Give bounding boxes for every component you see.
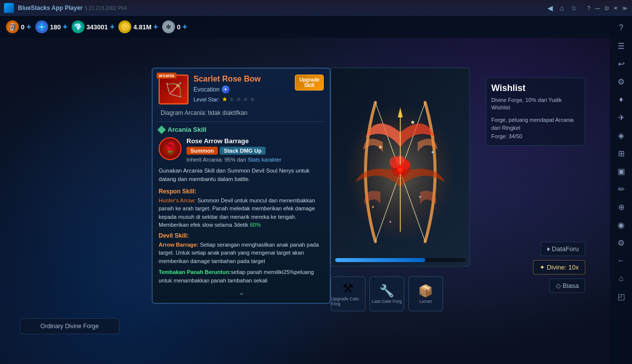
star-4: ★: [243, 95, 249, 103]
wishlist-panel: Wishlist Divine Forge, 10% dari Yudik Wi…: [486, 78, 585, 146]
resource-item-1: 🗿 0 +: [6, 20, 31, 33]
titlebar: BlueStacks App Player 5.21.218.2002 P64 …: [0, 0, 632, 16]
sidebar-back-icon[interactable]: ↩: [613, 56, 629, 72]
minimize-btn[interactable]: —: [594, 4, 601, 11]
sidebar-gear-icon[interactable]: ⚙: [613, 74, 629, 90]
stars-container: ★ ★ ★ ★ ★: [222, 95, 256, 103]
star-row: Level Star: ★ ★ ★ ★ ★: [193, 95, 290, 103]
sidebar-left-arrow-icon[interactable]: ←: [613, 253, 629, 269]
wishlist-desc3: Forge: 34/50: [491, 132, 580, 141]
evocation-label: Evocation: [193, 86, 220, 93]
item-image: 🏹: [159, 75, 188, 104]
progress-bar-container: [335, 258, 465, 262]
weapon-svg: [336, 73, 465, 262]
tag-stack: Stack DMG Up: [220, 147, 266, 155]
forge-items-row: ⚒ Upgrade Cato Forg 🔧 Last Gate Forg 📦 L…: [331, 276, 443, 311]
svg-point-16: [372, 206, 374, 208]
evocation-row: Evocation ✦: [193, 86, 290, 93]
resource-item-3: 💎 343001 +: [72, 20, 115, 33]
nav-bookmark-btn[interactable]: ☆: [569, 4, 579, 12]
star-5: ★: [250, 95, 256, 103]
item-name: Scarlet Rose Bow: [193, 75, 290, 84]
resource-icon-1: 🗿: [6, 20, 19, 33]
dataforu-option[interactable]: ♦ DataForu: [541, 242, 585, 256]
expand-btn[interactable]: ≫: [621, 4, 628, 11]
svg-point-15: [411, 121, 414, 124]
resource-plus-4[interactable]: +: [154, 22, 158, 31]
sidebar-add-icon[interactable]: ⊕: [613, 199, 629, 215]
tembakan-content: Tembakan Panah Beruntun:setiap panah mem…: [159, 268, 324, 284]
arrow-barrage-content: Arrow Barrage: Setiap serangan menghasil…: [159, 241, 324, 266]
skill-icon: 🌹: [159, 137, 181, 160]
skill-name: Rose Arrow Barrage: [186, 137, 324, 145]
upgrade-skill-button[interactable]: UpgradeSkill: [295, 75, 324, 91]
sidebar-diamond-icon[interactable]: ♦: [613, 91, 629, 107]
resource-plus-3[interactable]: +: [110, 22, 114, 31]
biasa-option[interactable]: ◇ Biasa: [549, 278, 585, 293]
skill-tags: Summon Stack DMG Up: [186, 147, 324, 155]
resource-icon-2: 💠: [35, 20, 48, 33]
window-controls: ? — ⊡ ✕ ≫: [585, 4, 628, 11]
forge-item-3[interactable]: 📦 Lioran: [408, 276, 443, 311]
skill-description: Gunakan Arcania Skill dan Summon Devil S…: [159, 167, 324, 184]
card-header: arcania 🏹 Scarlet Rose Bow Evocation ✦ L…: [159, 75, 324, 104]
sidebar-target-icon[interactable]: ◈: [613, 127, 629, 143]
sidebar-menu-icon[interactable]: ☰: [613, 38, 629, 54]
app-name: BlueStacks App Player: [18, 4, 83, 11]
close-btn[interactable]: ✕: [612, 4, 619, 11]
sidebar-home-icon[interactable]: ⌂: [613, 271, 629, 286]
divine-10x-option[interactable]: ✦ Divine: 10x: [533, 260, 585, 274]
forge-options-area: ♦ DataForu ✦ Divine: 10x ◇ Biasa: [533, 242, 585, 293]
resource-icon-5: ❄: [162, 20, 175, 33]
sidebar-grid-icon[interactable]: ⊞: [613, 145, 629, 161]
nav-back-btn[interactable]: ◀: [545, 4, 555, 12]
devil-skill-title: Devil Skill:: [159, 232, 324, 239]
sidebar-layout-icon[interactable]: ◰: [613, 288, 629, 304]
restore-btn[interactable]: ⊡: [603, 4, 610, 11]
help-btn[interactable]: ?: [585, 4, 592, 11]
nav-home-btn[interactable]: ⌂: [558, 4, 566, 12]
wishlist-desc2: Forge, peluang mendapat Arcania dari Rin…: [491, 116, 580, 132]
sidebar-flight-icon[interactable]: ✈: [613, 109, 629, 125]
resource-item-2: 💠 180 +: [35, 20, 68, 33]
resource-value-2: 180: [50, 23, 61, 31]
resource-value-3: 343001: [87, 23, 108, 31]
scroll-indicator: ⌄: [159, 287, 324, 297]
resource-icon-4: 🪙: [118, 20, 131, 33]
respon-skill-title: Respon Skill:: [159, 188, 324, 195]
forge-item-icon-1: ⚒: [343, 281, 354, 295]
sidebar-circle-icon[interactable]: ◉: [613, 217, 629, 233]
star-1: ★: [222, 95, 228, 103]
wishlist-desc1: Divine Forge, 10% dari Yudik Wishlist: [491, 96, 580, 112]
star-2: ★: [229, 95, 235, 103]
forge-item-2[interactable]: 🔧 Last Gate Forg: [369, 276, 404, 311]
sidebar-square-icon[interactable]: ▣: [613, 163, 629, 179]
resource-plus-5[interactable]: +: [182, 22, 187, 31]
weapon-art-panel: [331, 68, 470, 267]
forge-item-1[interactable]: ⚒ Upgrade Cato Forg: [331, 276, 365, 311]
inherit-label: Inherit Arcania: 95% dari: [186, 157, 248, 163]
item-info: Scarlet Rose Bow Evocation ✦ Level Star:…: [193, 75, 290, 103]
sidebar-edit-icon[interactable]: ✏: [613, 181, 629, 197]
skill-info: Rose Arrow Barrage Summon Stack DMG Up I…: [186, 137, 324, 163]
titlebar-nav: ◀ ⌂ ☆: [545, 4, 579, 12]
svg-point-17: [432, 151, 434, 153]
resource-value-1: 0: [21, 23, 24, 31]
arrow-barrage-title: Arrow Barrage:: [159, 242, 200, 248]
resource-plus-1[interactable]: +: [26, 22, 31, 31]
resource-plus-2[interactable]: +: [63, 22, 67, 31]
sidebar-settings-icon[interactable]: ⚙: [613, 235, 629, 251]
tembakan-title: Tembakan Panah Beruntun:: [159, 269, 231, 275]
badge-label: arcania: [157, 73, 177, 79]
arcania-section: Arcania Skill 🌹 Rose Arrow Barrage Summo…: [159, 121, 324, 284]
arcania-diamond-icon: [158, 125, 166, 134]
ordinary-title: Ordinary Divine Forge: [24, 323, 115, 330]
tag-summon: Summon: [186, 147, 218, 155]
inherit-link[interactable]: Stats karakter: [248, 157, 281, 163]
skill-row: 🌹 Rose Arrow Barrage Summon Stack DMG Up…: [159, 137, 324, 163]
weapon-art: [331, 68, 469, 266]
inherit-row: Inherit Arcania: 95% dari Stats karakter: [186, 157, 324, 163]
wishlist-title: Wishlist: [491, 83, 580, 93]
sidebar-help-icon[interactable]: ?: [613, 20, 629, 36]
arcania-title-row: Arcania Skill: [159, 126, 324, 133]
